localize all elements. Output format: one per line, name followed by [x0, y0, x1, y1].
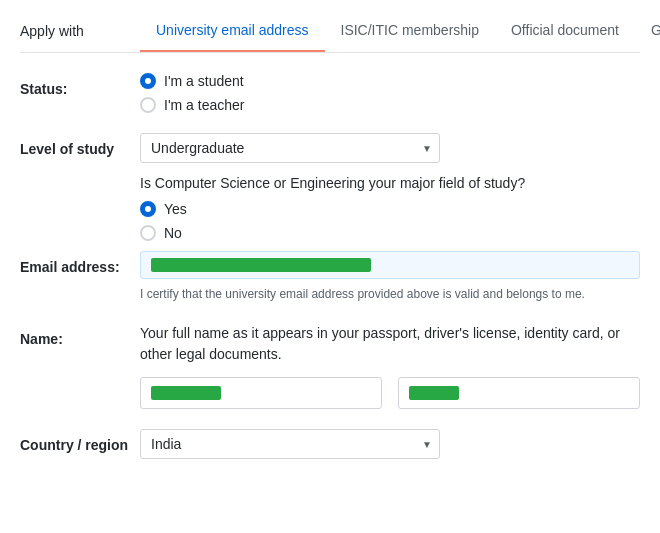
level-content: Undergraduate Graduate PhD High School ▼… [140, 133, 640, 241]
radio-teacher[interactable]: I'm a teacher [140, 97, 640, 113]
level-of-study-row: Level of study Undergraduate Graduate Ph… [20, 133, 640, 241]
email-row: Email address: I certify that the univer… [20, 251, 640, 303]
email-content: I certify that the university email addr… [140, 251, 640, 303]
status-radio-group: I'm a student I'm a teacher [140, 73, 640, 113]
tab-github[interactable]: GitHub [635, 10, 660, 52]
tabs: University email address ISIC/ITIC membe… [140, 10, 660, 52]
email-redacted-bar [151, 258, 371, 272]
radio-no-label: No [164, 225, 182, 241]
radio-yes-circle [140, 201, 156, 217]
tab-official-doc[interactable]: Official document [495, 10, 635, 52]
status-content: I'm a student I'm a teacher [140, 73, 640, 113]
name-content: Your full name as it appears in your pas… [140, 323, 640, 409]
radio-teacher-label: I'm a teacher [164, 97, 245, 113]
radio-student[interactable]: I'm a student [140, 73, 640, 89]
radio-student-label: I'm a student [164, 73, 244, 89]
country-select[interactable]: India United States United Kingdom Canad… [140, 429, 440, 459]
email-field-container [140, 251, 640, 279]
last-name-redacted [409, 386, 459, 400]
page-container: Apply with University email address ISIC… [0, 0, 660, 499]
country-label: Country / region [20, 429, 140, 453]
country-select-wrapper: India United States United Kingdom Canad… [140, 429, 440, 459]
first-name-redacted [151, 386, 221, 400]
cert-text: I certify that the university email addr… [140, 285, 640, 303]
apply-with-row: Apply with University email address ISIC… [20, 10, 640, 53]
apply-with-label: Apply with [20, 13, 140, 49]
last-name-field[interactable] [398, 377, 640, 409]
level-select[interactable]: Undergraduate Graduate PhD High School [140, 133, 440, 163]
name-row: Name: Your full name as it appears in yo… [20, 323, 640, 409]
radio-no-circle [140, 225, 156, 241]
status-row: Status: I'm a student I'm a teacher [20, 73, 640, 113]
tab-university-email[interactable]: University email address [140, 10, 325, 52]
radio-no[interactable]: No [140, 225, 640, 241]
name-label: Name: [20, 323, 140, 347]
first-name-field[interactable] [140, 377, 382, 409]
level-select-wrapper: Undergraduate Graduate PhD High School ▼ [140, 133, 440, 163]
radio-teacher-circle [140, 97, 156, 113]
radio-student-circle [140, 73, 156, 89]
tab-isic-itic[interactable]: ISIC/ITIC membership [325, 10, 495, 52]
radio-yes[interactable]: Yes [140, 201, 640, 217]
radio-yes-label: Yes [164, 201, 187, 217]
status-label: Status: [20, 73, 140, 97]
email-label: Email address: [20, 251, 140, 275]
cs-question-text: Is Computer Science or Engineering your … [140, 175, 640, 191]
name-fields [140, 377, 640, 409]
cs-radio-group: Yes No [140, 201, 640, 241]
level-label: Level of study [20, 133, 140, 157]
country-row: Country / region India United States Uni… [20, 429, 640, 459]
country-content: India United States United Kingdom Canad… [140, 429, 640, 459]
name-description: Your full name as it appears in your pas… [140, 323, 640, 365]
